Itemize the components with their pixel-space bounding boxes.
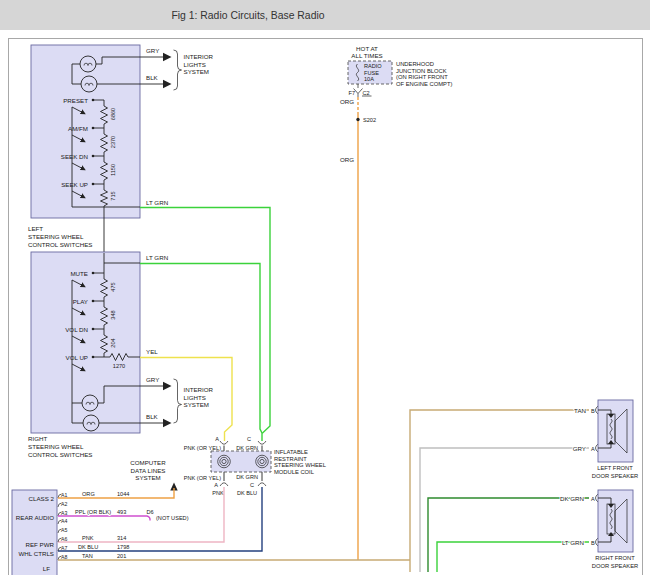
pin-label: A6 bbox=[61, 536, 67, 542]
resistor-value: 6860 bbox=[110, 108, 116, 120]
switch-label: MUTE bbox=[70, 270, 88, 277]
wire-label: LT GRN bbox=[562, 539, 584, 546]
fuse-label: FUSE bbox=[364, 70, 379, 76]
pin-label: A bbox=[215, 436, 219, 442]
resistor-value: 715 bbox=[110, 191, 116, 200]
wire-label: TAN bbox=[574, 407, 586, 414]
hot-label: ALL TIMES bbox=[351, 52, 382, 59]
wire-label-org: ORG bbox=[340, 156, 354, 163]
panel-caption: RIGHT bbox=[28, 435, 47, 442]
system-label: SYSTEM bbox=[184, 68, 209, 75]
pin-label: B bbox=[591, 540, 595, 546]
junction-block-label: (ON RIGHT FRONT bbox=[396, 74, 448, 80]
page-title: Fig 1: Radio Circuits, Base Radio bbox=[171, 10, 324, 21]
pin-label: A bbox=[214, 482, 218, 488]
wire-name: PNK bbox=[82, 535, 94, 541]
wire-label-org: ORG bbox=[340, 98, 354, 105]
panel-caption: CONTROL SWITCHES bbox=[28, 241, 92, 248]
wire-name: TAN bbox=[82, 553, 93, 559]
switch-label: VOL DN bbox=[65, 326, 88, 333]
pin-label: C bbox=[247, 436, 251, 442]
circuit-number: 201 bbox=[117, 553, 126, 559]
wire-label: GRY bbox=[573, 445, 586, 452]
speaker-caption: RIGHT FRONT bbox=[595, 555, 635, 561]
speaker-caption: DOOR SPEAKER bbox=[592, 473, 638, 479]
pin-label: A7 bbox=[61, 545, 67, 551]
wire-name: PPL (OR BLK) bbox=[75, 509, 111, 515]
speaker-caption: LEFT FRONT bbox=[597, 465, 633, 471]
fuse-label: RADIO bbox=[364, 63, 382, 69]
group-label: LF bbox=[43, 565, 50, 572]
group-label: CLASS 2 bbox=[29, 495, 55, 502]
panel-caption: STEERING WHEEL bbox=[28, 233, 84, 240]
wire-label-pnk: PNK bbox=[212, 490, 224, 496]
left-switch-panel-box bbox=[31, 45, 140, 218]
system-label: DATA LINES bbox=[131, 467, 166, 474]
pin-label-f7: F7 bbox=[348, 90, 355, 96]
switch-label: PLAY bbox=[73, 298, 88, 305]
junction-block-label: OF ENGINE COMPT) bbox=[396, 81, 452, 87]
pin-label: A5 bbox=[61, 527, 67, 533]
coil-caption: RESTRAINT bbox=[274, 456, 307, 462]
pin-label: A4 bbox=[61, 518, 67, 524]
connector-box bbox=[12, 490, 57, 575]
pin-label: C bbox=[250, 482, 254, 488]
wire-label-lt-grn-1: LT GRN bbox=[146, 199, 168, 206]
wire-label: DK GRN bbox=[236, 445, 258, 451]
pin-label: A bbox=[591, 496, 595, 502]
speaker-box bbox=[598, 490, 633, 552]
hot-label: HOT AT bbox=[356, 45, 378, 52]
coil-caption: MODULE COIL bbox=[274, 469, 315, 475]
splice-dot bbox=[356, 118, 359, 121]
wire-name: DK BLU bbox=[78, 544, 98, 550]
fuse-label: 10A bbox=[364, 76, 374, 82]
wire-label-blk: BLK bbox=[146, 74, 159, 81]
wire-label: DK GRN bbox=[236, 474, 258, 480]
wire-label: DK GRN bbox=[560, 495, 584, 502]
wiring-diagram: Fig 1: Radio Circuits, Base Radio PRESET… bbox=[0, 0, 650, 575]
resistor-value: 348 bbox=[110, 310, 116, 319]
wire-name: ORG bbox=[82, 491, 95, 497]
system-label: INTERIOR bbox=[184, 386, 214, 393]
pin-label: A bbox=[591, 446, 595, 452]
header: Fig 1: Radio Circuits, Base Radio bbox=[0, 0, 650, 30]
pin-label: A3 bbox=[61, 510, 67, 516]
group-label: WHL CTRLS bbox=[18, 550, 54, 557]
system-label: SYSTEM bbox=[135, 474, 160, 481]
pin-label: B bbox=[591, 408, 595, 414]
pin-label: A8 bbox=[61, 554, 67, 560]
wire-label: PNK (OR YEL) bbox=[184, 475, 221, 481]
circuit-number: 1798 bbox=[117, 544, 129, 550]
panel-caption: CONTROL SWITCHES bbox=[28, 451, 92, 458]
pin-label: A2 bbox=[61, 501, 67, 507]
coil-caption: STEERING WHEEL bbox=[274, 462, 327, 468]
switch-label: VOL UP bbox=[66, 354, 88, 361]
coil-caption: INFLATABLE bbox=[274, 449, 308, 455]
system-label: LIGHTS bbox=[184, 394, 206, 401]
right-switch-panel-box bbox=[31, 252, 140, 433]
dest-label: D6 bbox=[147, 509, 154, 515]
wire-label-yel: YEL bbox=[146, 348, 158, 355]
circuit-number: 314 bbox=[117, 535, 126, 541]
circuit-number: 1044 bbox=[117, 491, 129, 497]
switch-label: SEEK DN bbox=[61, 153, 88, 160]
wire-label-lt-grn-2: LT GRN bbox=[146, 254, 168, 261]
resistor-value: 475 bbox=[110, 282, 116, 291]
group-label: REF PWR bbox=[25, 541, 54, 548]
junction-block-label: JUNCTION BLOCK bbox=[396, 68, 447, 74]
junction-block-label: UNDERHOOD bbox=[396, 61, 434, 67]
system-label: COMPUTER bbox=[130, 459, 166, 466]
pin-label: A1 bbox=[61, 492, 67, 498]
system-label: SYSTEM bbox=[184, 401, 209, 408]
panel-caption: LEFT bbox=[28, 225, 43, 232]
resistor-value: 1150 bbox=[110, 164, 116, 176]
splice-label: S202 bbox=[363, 117, 376, 123]
resistor-value: 1270 bbox=[113, 363, 125, 369]
switch-label: AM/FM bbox=[68, 125, 88, 132]
switch-label: SEEK UP bbox=[61, 181, 88, 188]
panel-caption: STEERING WHEEL bbox=[28, 443, 84, 450]
system-label: LIGHTS bbox=[184, 61, 206, 68]
wire-label-gry: GRY bbox=[146, 376, 159, 383]
wire-label-blk: BLK bbox=[146, 413, 159, 420]
wire-label: PNK (OR YEL) bbox=[184, 445, 221, 451]
